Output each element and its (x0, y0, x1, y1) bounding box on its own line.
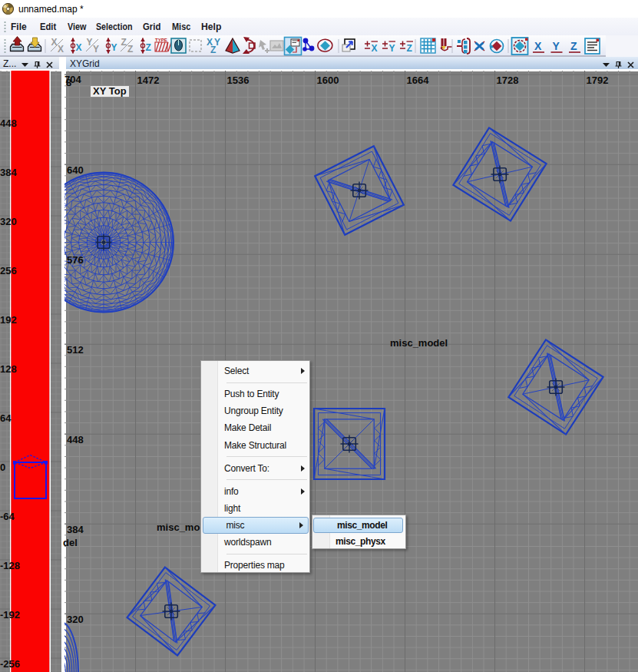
svg-text:Y: Y (93, 44, 99, 55)
svg-text:X: X (58, 44, 64, 55)
svg-text:Z: Z (127, 44, 133, 55)
svg-text:Y: Y (111, 42, 117, 53)
svg-text:Y: Y (389, 43, 395, 54)
svg-text:Z: Z (407, 43, 412, 54)
svg-text:X: X (534, 40, 542, 52)
svg-text:X: X (76, 42, 82, 53)
svg-text:X: X (372, 43, 378, 54)
svg-text:Z: Z (210, 45, 216, 55)
svg-text:Z: Z (570, 40, 577, 52)
svg-text:Y: Y (553, 40, 560, 52)
svg-text:Z: Z (146, 42, 151, 53)
svg-text:TYPE: TYPE (155, 38, 167, 42)
